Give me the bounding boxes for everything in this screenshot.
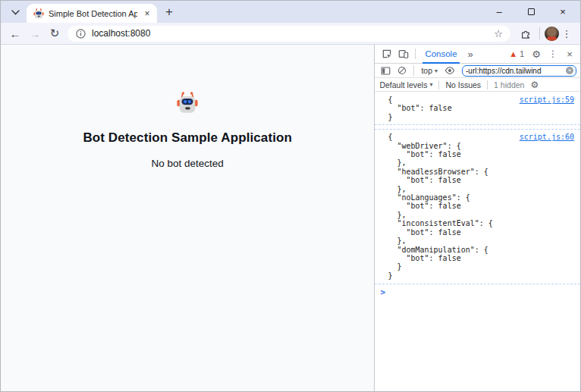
console-sidebar-toggle-icon[interactable]	[378, 63, 393, 78]
devtools-separator	[415, 49, 416, 59]
console-action-bar: top ▾ ×	[375, 64, 580, 78]
warning-icon: ▲	[509, 50, 517, 58]
clear-filter-icon[interactable]: ×	[566, 67, 573, 74]
bookmark-star-icon[interactable]: ☆	[492, 28, 504, 39]
robot-emoji	[176, 91, 199, 114]
statusbar-separator	[438, 80, 439, 89]
warning-count: 1	[520, 49, 524, 58]
context-label: top	[421, 66, 432, 75]
tab-strip: Simple Bot Detection App × + – ×	[1, 1, 580, 23]
tab-title: Simple Bot Detection App	[49, 9, 137, 18]
toolbar-separator	[539, 27, 540, 39]
active-tab-underline	[422, 62, 459, 64]
context-selector[interactable]: top ▾	[418, 66, 441, 75]
console-status-bar: Default levels ▾ No Issues 1 hidden ⚙	[375, 78, 580, 92]
hidden-messages-gap	[375, 124, 580, 130]
page-title: Bot Detection Sample Application	[1, 130, 374, 146]
console-prompt-row[interactable]: >	[375, 284, 580, 297]
navigation-toolbar: ← → ↻ localhost:8080 ☆ ⋮	[1, 23, 580, 45]
new-tab-button[interactable]: +	[160, 3, 178, 21]
clear-console-icon[interactable]	[394, 63, 410, 78]
address-bar[interactable]: localhost:8080 ☆	[68, 26, 510, 42]
actionbar-separator	[413, 65, 414, 76]
extensions-icon[interactable]	[517, 24, 535, 42]
console-entries: script.js:59{ "bot": false }script.js:60…	[375, 94, 580, 281]
maximize-glyph	[528, 8, 535, 15]
window-controls: – ×	[492, 1, 574, 23]
refresh-icon[interactable]: ↻	[45, 24, 64, 42]
chevron-down-icon: ▾	[429, 81, 432, 88]
console-prompt-icon: >	[380, 287, 385, 297]
chevron-down-icon: ▾	[435, 67, 438, 74]
live-expression-eye-icon[interactable]	[442, 63, 457, 78]
statusbar-separator	[487, 80, 488, 89]
source-link[interactable]: script.js:60	[520, 133, 574, 141]
profile-avatar[interactable]	[545, 27, 559, 41]
tab-close-icon[interactable]: ×	[142, 8, 152, 19]
devtools-menu-icon[interactable]: ⋮	[545, 46, 561, 61]
web-page: Bot Detection Sample Application No bot …	[1, 45, 374, 391]
source-link[interactable]: script.js:59	[520, 96, 574, 104]
back-icon[interactable]: ←	[5, 24, 25, 42]
devtools-tab-bar: Console » ▲ 1 ⚙ ⋮ ×	[375, 45, 580, 64]
robot-favicon-icon	[33, 8, 44, 19]
tab-search-button[interactable]	[7, 5, 24, 20]
issues-warning-button[interactable]: ▲ 1	[506, 49, 527, 58]
chevron-down-icon	[11, 10, 20, 15]
device-toolbar-icon[interactable]	[396, 46, 411, 61]
browser-tab[interactable]: Simple Bot Detection App ×	[27, 4, 157, 23]
log-levels-selector[interactable]: Default levels ▾	[379, 80, 432, 89]
site-info-icon[interactable]	[74, 29, 87, 39]
devtools-close-icon[interactable]: ×	[562, 46, 577, 61]
console-filter-input[interactable]	[466, 67, 566, 75]
log-levels-label: Default levels	[379, 80, 427, 89]
console-filter-box: ×	[462, 65, 576, 77]
console-entry: script.js:60{ "webDriver": { "bot": fals…	[375, 131, 580, 281]
console-log-text: { "webDriver": { "bot": false }, "headle…	[388, 133, 574, 280]
console-tab-label: Console	[425, 49, 457, 58]
forward-icon[interactable]: →	[25, 24, 45, 42]
url-text[interactable]: localhost:8080	[92, 28, 492, 39]
console-settings-icon[interactable]: ⚙	[530, 80, 539, 90]
maximize-icon[interactable]	[524, 5, 538, 19]
browser-menu-icon[interactable]: ⋮	[559, 28, 574, 39]
minimize-icon[interactable]: –	[492, 5, 506, 19]
devtools-panel: Console » ▲ 1 ⚙ ⋮ ×	[374, 45, 580, 391]
devtools-settings-icon[interactable]: ⚙	[529, 46, 544, 61]
console-output: script.js:59{ "bot": false }script.js:60…	[375, 92, 580, 391]
console-entry: script.js:59{ "bot": false }	[375, 94, 580, 123]
content-area: Bot Detection Sample Application No bot …	[1, 45, 580, 391]
browser-window: Simple Bot Detection App × + – × ← → ↻ l…	[0, 0, 581, 392]
bot-detection-status: No bot detected	[1, 158, 374, 169]
inspect-element-icon[interactable]	[379, 46, 394, 61]
more-tabs-icon[interactable]: »	[464, 49, 477, 60]
hidden-messages-count: 1 hidden	[494, 80, 524, 89]
tab-console[interactable]: Console	[419, 45, 462, 64]
close-window-icon[interactable]: ×	[556, 5, 570, 19]
issues-link[interactable]: No Issues	[445, 80, 481, 89]
